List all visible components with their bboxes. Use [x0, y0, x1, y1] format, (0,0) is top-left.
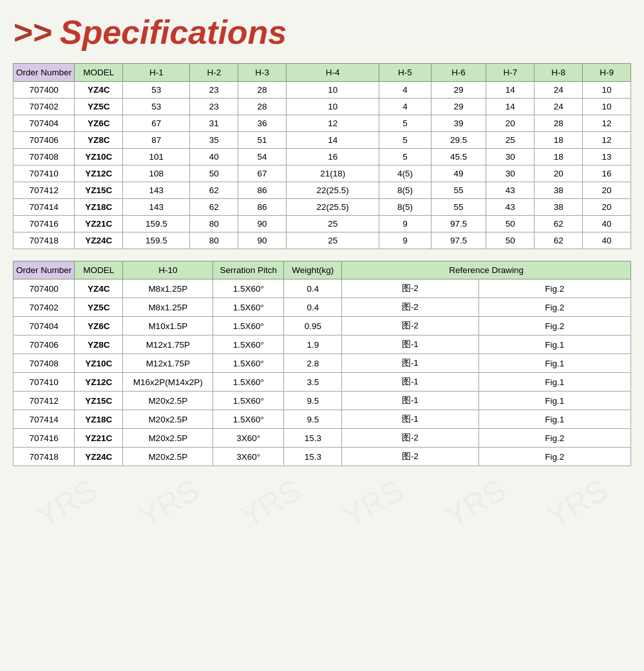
table-row: 707414YZ18CM20x2.5P1.5X60°9.5图-1Fig.1	[14, 410, 631, 429]
data-cell: M12x1.75P	[123, 354, 213, 373]
data-cell: 16	[583, 165, 631, 182]
order-cell: 707408	[14, 149, 75, 165]
data-cell: 1.5X60°	[213, 279, 284, 298]
data-cell: 97.5	[431, 216, 486, 232]
table-row: 707412YZ15C143628622(25.5)8(5)55433820	[14, 182, 631, 199]
data-cell: 14	[287, 132, 379, 149]
data-cell: Fig.1	[478, 336, 631, 354]
data-cell: 20	[535, 165, 583, 182]
col-h1: H-1	[123, 64, 190, 82]
data-cell: 50	[486, 232, 535, 249]
data-cell: 54	[238, 149, 287, 165]
data-cell: 67	[238, 165, 287, 182]
col-model-1: MODEL	[75, 64, 123, 82]
data-cell: 39	[431, 115, 486, 132]
data-cell: 90	[238, 232, 287, 249]
table-row: 707410YZ12CM16x2P(M14x2P)1.5X60°3.5图-1Fi…	[14, 373, 631, 392]
table-row: 707416YZ21C159.5809025997.5506240	[14, 216, 631, 232]
page-header: >> Specifications	[13, 13, 631, 52]
data-cell: 49	[431, 165, 486, 182]
order-cell: 707408	[14, 354, 75, 373]
data-cell: 3X60°	[213, 429, 284, 448]
data-cell: 62	[535, 216, 583, 232]
data-cell: 1.5X60°	[213, 298, 284, 317]
data-cell: 图-1	[342, 373, 478, 392]
order-cell: 707418	[14, 448, 75, 466]
data-cell: 20	[583, 199, 631, 216]
model-cell: YZ18C	[75, 410, 123, 429]
data-cell: 25	[287, 216, 379, 232]
data-cell: 22(25.5)	[287, 199, 379, 216]
data-cell: 36	[238, 115, 287, 132]
model-cell: YZ6C	[75, 115, 123, 132]
data-cell: 108	[123, 165, 190, 182]
data-cell: 28	[238, 99, 287, 115]
data-cell: 50	[486, 216, 535, 232]
data-cell: Fig.2	[478, 448, 631, 466]
col-h10: H-10	[123, 261, 213, 279]
data-cell: 13	[583, 149, 631, 165]
model-cell: YZ21C	[75, 429, 123, 448]
data-cell: 90	[238, 216, 287, 232]
data-cell: 12	[583, 115, 631, 132]
data-cell: 12	[287, 115, 379, 132]
data-cell: 1.5X60°	[213, 336, 284, 354]
col-h7: H-7	[486, 64, 535, 82]
data-cell: 1.5X60°	[213, 373, 284, 392]
col-h6: H-6	[431, 64, 486, 82]
data-cell: 图-2	[342, 317, 478, 336]
data-cell: 9	[379, 216, 431, 232]
model-cell: YZ18C	[75, 199, 123, 216]
order-cell: 707418	[14, 232, 75, 249]
order-cell: 707416	[14, 216, 75, 232]
col-h9: H-9	[583, 64, 631, 82]
data-cell: 18	[535, 149, 583, 165]
data-cell: 29	[431, 99, 486, 115]
table-row: 707414YZ18C143628622(25.5)8(5)55433820	[14, 199, 631, 216]
col-model-2: MODEL	[75, 261, 123, 279]
data-cell: 20	[583, 182, 631, 199]
model-cell: YZ10C	[75, 149, 123, 165]
data-cell: 5	[379, 115, 431, 132]
data-cell: 9.5	[284, 410, 342, 429]
data-cell: 1.5X60°	[213, 317, 284, 336]
order-cell: 707402	[14, 99, 75, 115]
col-h2: H-2	[190, 64, 238, 82]
chevrons-icon: >>	[13, 15, 52, 49]
model-cell: YZ5C	[75, 99, 123, 115]
data-cell: M10x1.5P	[123, 317, 213, 336]
data-cell: 35	[190, 132, 238, 149]
data-cell: 62	[535, 232, 583, 249]
data-cell: 15.3	[284, 429, 342, 448]
data-cell: M16x2P(M14x2P)	[123, 373, 213, 392]
order-cell: 707416	[14, 429, 75, 448]
data-cell: 9.5	[284, 392, 342, 410]
data-cell: 图-1	[342, 354, 478, 373]
data-cell: 图-2	[342, 448, 478, 466]
data-cell: 38	[535, 182, 583, 199]
order-cell: 707412	[14, 182, 75, 199]
table-row: 707404YZ6C67313612539202812	[14, 115, 631, 132]
data-cell: 29.5	[431, 132, 486, 149]
data-cell: 53	[123, 99, 190, 115]
col-order-number-2: Order Number	[14, 261, 75, 279]
data-cell: 图-1	[342, 392, 478, 410]
data-cell: M20x2.5P	[123, 392, 213, 410]
table-row: 707406YZ8CM12x1.75P1.5X60°1.9图-1Fig.1	[14, 336, 631, 354]
table1-header-row: Order Number MODEL H-1 H-2 H-3 H-4 H-5 H…	[14, 64, 631, 82]
data-cell: 图-2	[342, 298, 478, 317]
data-cell: Fig.1	[478, 410, 631, 429]
model-cell: YZ15C	[75, 182, 123, 199]
model-cell: YZ15C	[75, 392, 123, 410]
data-cell: M8x1.25P	[123, 298, 213, 317]
specs-table-2: Order Number MODEL H-10 Serration Pitch …	[13, 261, 631, 466]
table-row: 707410YZ12C108506721(18)4(5)49302016	[14, 165, 631, 182]
data-cell: 159.5	[123, 232, 190, 249]
table-row: 707400YZ4C53232810429142410	[14, 82, 631, 99]
order-cell: 707400	[14, 279, 75, 298]
data-cell: Fig.1	[478, 392, 631, 410]
col-order-number-1: Order Number	[14, 64, 75, 82]
data-cell: M20x2.5P	[123, 429, 213, 448]
col-h8: H-8	[535, 64, 583, 82]
data-cell: 15.3	[284, 448, 342, 466]
